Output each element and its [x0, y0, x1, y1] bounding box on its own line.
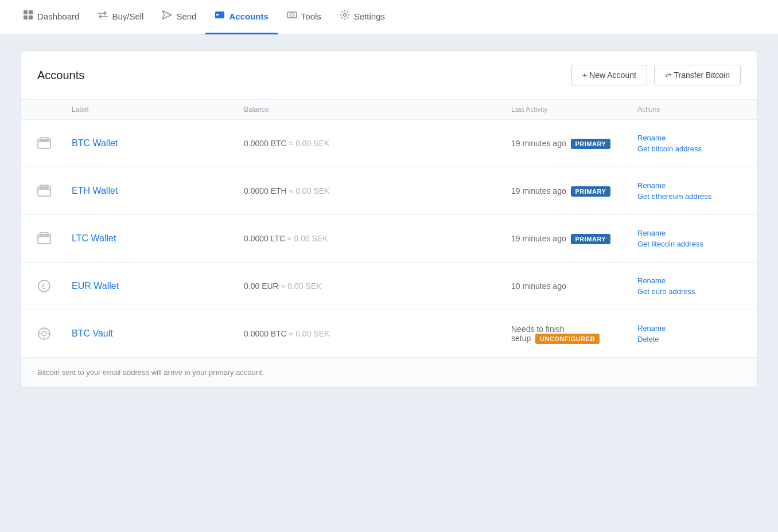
- svg-point-8: [343, 14, 346, 17]
- account-balance: 0.0000 ETH ≈ 0.00 SEK: [244, 186, 511, 195]
- svg-rect-0: [24, 10, 28, 14]
- actions-col: RenameDelete: [637, 324, 741, 343]
- last-activity: Needs to finish setup UNCONFIGURED: [511, 324, 637, 343]
- action-rename[interactable]: Rename: [637, 324, 741, 332]
- nav-bar: Dashboard Buy/Sell Send Accounts Tools S…: [0, 0, 778, 34]
- footer-note: Bitcoin sent to your email address will …: [37, 368, 264, 377]
- account-balance: 0.0000 LTC ≈ 0.00 SEK: [244, 234, 511, 243]
- svg-rect-5: [216, 14, 219, 15]
- col-last-activity: Last Activity: [511, 105, 637, 114]
- accounts-icon: [215, 11, 225, 21]
- svg-rect-3: [29, 15, 33, 19]
- new-account-button[interactable]: + New Account: [571, 65, 647, 85]
- action-get-litecoin-address[interactable]: Get litecoin address: [637, 240, 741, 248]
- vault-icon: [37, 327, 72, 341]
- table-header: Label Balance Last Activity Actions: [21, 100, 757, 120]
- new-account-label: + New Account: [582, 71, 636, 80]
- actions-col: RenameGet euro address: [637, 276, 741, 296]
- settings-icon: [340, 10, 350, 22]
- nav-buysell-label: Buy/Sell: [112, 11, 143, 21]
- svg-rect-6: [287, 12, 297, 18]
- action-get-euro-address[interactable]: Get euro address: [637, 287, 741, 296]
- nav-send-label: Send: [176, 11, 196, 21]
- status-badge: PRIMARY: [571, 186, 611, 197]
- action-rename[interactable]: Rename: [637, 134, 741, 142]
- accounts-table: BTC Wallet 0.0000 BTC ≈ 0.00 SEK 19 minu…: [21, 120, 757, 357]
- nav-accounts[interactable]: Accounts: [205, 0, 277, 34]
- table-row: BTC Wallet 0.0000 BTC ≈ 0.00 SEK 19 minu…: [21, 120, 757, 167]
- tools-icon: [287, 10, 297, 22]
- buysell-icon: [98, 11, 108, 21]
- status-badge: PRIMARY: [571, 234, 611, 244]
- account-name[interactable]: LTC Wallet: [72, 233, 244, 244]
- action-rename[interactable]: Rename: [637, 229, 741, 237]
- nav-dashboard-label: Dashboard: [37, 11, 79, 21]
- wallet-icon: [37, 185, 72, 197]
- balance-sek: ≈ 0.00 SEK: [281, 281, 322, 291]
- accounts-card: Accounts + New Account ⇌ Transfer Bitcoi…: [21, 50, 757, 388]
- account-balance: 0.00 EUR ≈ 0.00 SEK: [244, 281, 511, 291]
- col-actions: Actions: [637, 105, 741, 114]
- account-name[interactable]: EUR Wallet: [72, 281, 244, 291]
- svg-rect-2: [24, 15, 28, 19]
- card-header: Accounts + New Account ⇌ Transfer Bitcoi…: [21, 51, 757, 100]
- table-row: BTC Vault 0.0000 BTC ≈ 0.00 SEK Needs to…: [21, 310, 757, 357]
- col-icon: [37, 105, 72, 114]
- account-balance: 0.0000 BTC ≈ 0.00 SEK: [244, 139, 511, 148]
- nav-send[interactable]: Send: [153, 0, 205, 34]
- balance-sek: ≈ 0.00 SEK: [287, 234, 328, 243]
- actions-col: RenameGet ethereum address: [637, 181, 741, 201]
- header-buttons: + New Account ⇌ Transfer Bitcoin: [571, 65, 741, 85]
- status-badge: UNCONFIGURED: [535, 334, 600, 344]
- page-title: Accounts: [37, 69, 84, 82]
- dashboard-icon: [23, 10, 33, 22]
- account-name[interactable]: ETH Wallet: [72, 186, 244, 196]
- action-get-ethereum-address[interactable]: Get ethereum address: [637, 192, 741, 201]
- send-icon: [162, 10, 172, 22]
- action-delete[interactable]: Delete: [637, 335, 741, 343]
- svg-point-18: [42, 331, 46, 336]
- account-name[interactable]: BTC Wallet: [72, 138, 244, 148]
- last-activity: 19 minutes ago PRIMARY: [511, 186, 637, 195]
- last-activity: 19 minutes ago PRIMARY: [511, 234, 637, 243]
- nav-tools[interactable]: Tools: [278, 0, 330, 34]
- svg-rect-1: [29, 10, 33, 14]
- action-rename[interactable]: Rename: [637, 276, 741, 285]
- col-label: Label: [72, 105, 244, 114]
- svg-text:€: €: [42, 283, 46, 291]
- balance-sek: ≈ 0.00 SEK: [289, 329, 330, 338]
- status-badge: PRIMARY: [571, 139, 611, 149]
- action-rename[interactable]: Rename: [637, 181, 741, 190]
- last-activity: 10 minutes ago: [511, 281, 637, 291]
- svg-rect-7: [290, 14, 294, 16]
- nav-buysell[interactable]: Buy/Sell: [88, 0, 153, 34]
- actions-col: RenameGet litecoin address: [637, 229, 741, 248]
- action-get-bitcoin-address[interactable]: Get bitcoin address: [637, 144, 741, 153]
- col-balance: Balance: [244, 105, 511, 114]
- wallet-icon: [37, 232, 72, 245]
- table-row: LTC Wallet 0.0000 LTC ≈ 0.00 SEK 19 minu…: [21, 215, 757, 263]
- nav-accounts-label: Accounts: [229, 11, 268, 21]
- account-name[interactable]: BTC Vault: [72, 328, 244, 339]
- nav-tools-label: Tools: [301, 11, 321, 21]
- nav-settings-label: Settings: [354, 11, 385, 21]
- wallet-icon: [37, 137, 72, 150]
- transfer-bitcoin-button[interactable]: ⇌ Transfer Bitcoin: [654, 65, 741, 85]
- main-content: Accounts + New Account ⇌ Transfer Bitcoi…: [0, 34, 778, 404]
- balance-sek: ≈ 0.00 SEK: [289, 186, 330, 195]
- table-row: € EUR Wallet 0.00 EUR ≈ 0.00 SEK 10 minu…: [21, 263, 757, 310]
- last-activity: 19 minutes ago PRIMARY: [511, 139, 637, 148]
- actions-col: RenameGet bitcoin address: [637, 134, 741, 153]
- balance-sek: ≈ 0.00 SEK: [289, 139, 330, 148]
- card-footer: Bitcoin sent to your email address will …: [21, 357, 757, 387]
- transfer-bitcoin-label: ⇌ Transfer Bitcoin: [665, 71, 730, 80]
- table-row: ETH Wallet 0.0000 ETH ≈ 0.00 SEK 19 minu…: [21, 167, 757, 215]
- nav-dashboard[interactable]: Dashboard: [14, 0, 88, 34]
- account-balance: 0.0000 BTC ≈ 0.00 SEK: [244, 329, 511, 338]
- euro-icon: €: [37, 279, 72, 293]
- nav-settings[interactable]: Settings: [330, 0, 394, 34]
